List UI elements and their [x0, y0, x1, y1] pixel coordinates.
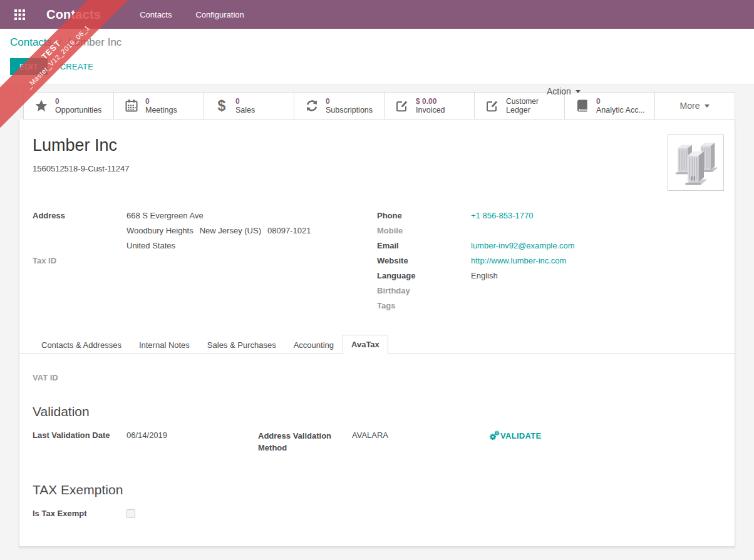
field-is-tax-exempt: Is Tax Exempt: [33, 506, 721, 521]
nav-menu: Contacts Configuration: [137, 6, 247, 23]
field-phone: Phone +1 856-853-1770: [377, 208, 721, 223]
tab-accounting[interactable]: Accounting: [285, 335, 343, 354]
apps-grid-icon[interactable]: [11, 6, 28, 23]
address-country: United States: [127, 238, 311, 253]
field-group-right: Phone +1 856-853-1770 Mobile Email lumbe…: [377, 208, 721, 313]
field-tags: Tags: [377, 298, 721, 313]
stat-button-analytic-accounts[interactable]: 0 Analytic Acc...: [565, 93, 655, 119]
tab-sales-purchases[interactable]: Sales & Purchases: [199, 335, 285, 354]
validate-button-label: VALIDATE: [500, 431, 541, 440]
language-value: English: [471, 268, 498, 283]
stat-button-meetings[interactable]: 0 Meetings: [114, 93, 204, 119]
stat-value: $ 0.00: [416, 97, 445, 106]
breadcrumb-separator: /: [59, 36, 62, 48]
stat-button-customer-ledger[interactable]: Customer Ledger: [475, 93, 565, 119]
stat-label: Ledger: [506, 106, 539, 115]
breadcrumb-current: Lumber Inc: [68, 36, 121, 48]
birthday-label: Birthday: [377, 283, 471, 298]
field-address: Address 668 S Evergreen Ave Woodbury Hei…: [33, 208, 377, 253]
mobile-label: Mobile: [377, 223, 471, 238]
edit-button[interactable]: EDIT: [10, 58, 48, 75]
star-icon: [34, 98, 49, 113]
tab-avatax[interactable]: AvaTax: [343, 335, 388, 354]
language-label: Language: [377, 268, 471, 283]
field-vat-id: VAT ID: [33, 370, 721, 385]
chevron-down-icon: [705, 104, 710, 108]
stat-value: 0: [596, 97, 645, 106]
field-group-left: Address 668 S Evergreen Ave Woodbury Hei…: [33, 208, 377, 313]
field-mobile: Mobile: [377, 223, 721, 238]
stat-label: Analytic Acc...: [596, 106, 645, 115]
stat-label: Meetings: [145, 106, 177, 115]
app-title: Contacts: [46, 8, 101, 22]
notebook-tabs: Contacts & Addresses Internal Notes Sale…: [19, 335, 735, 354]
phone-link[interactable]: +1 856-853-1770: [471, 208, 533, 223]
field-address-validation-method: Address Validation Method AVALARA: [258, 428, 457, 454]
breadcrumb-parent-link[interactable]: Contacts: [10, 36, 52, 48]
company-avatar[interactable]: [668, 135, 724, 191]
validate-button[interactable]: VALIDATE: [489, 428, 541, 443]
is-tax-exempt-label: Is Tax Exempt: [33, 506, 127, 521]
record-name: Lumber Inc: [33, 136, 721, 155]
field-website: Website http://www.lumber-inc.com: [377, 253, 721, 268]
validation-row: Last Validation Date 06/14/2019 Address …: [33, 428, 721, 454]
stat-value: 0: [326, 97, 373, 106]
phone-label: Phone: [377, 208, 471, 223]
stat-button-sales[interactable]: $ 0 Sales: [204, 93, 294, 119]
book-icon: [575, 98, 590, 113]
stat-button-subscriptions[interactable]: 0 Subscriptions: [294, 93, 385, 119]
address-validation-method-value: AVALARA: [352, 428, 388, 454]
address-state: New Jersey (US): [200, 226, 261, 235]
tax-exemption-section-heading: TAX Exemption: [33, 482, 721, 497]
stat-button-opportunities[interactable]: 0 Opportunities: [24, 93, 114, 119]
field-email: Email lumber-inv92@example.com: [377, 238, 721, 253]
action-dropdown-label: Action: [547, 86, 571, 96]
create-button[interactable]: CREATE: [51, 59, 103, 74]
stat-value: 0: [235, 97, 255, 106]
record-reference: 1560512518-9-Cust-11247: [33, 164, 721, 173]
field-language: Language English: [377, 268, 721, 283]
more-dropdown[interactable]: More: [655, 93, 735, 119]
edit-pencil-icon: [485, 98, 500, 113]
email-label: Email: [377, 238, 471, 253]
top-navbar: Contacts Contacts Configuration: [0, 0, 754, 29]
chevron-down-icon: [576, 90, 581, 93]
more-dropdown-label: More: [680, 101, 700, 111]
action-dropdown[interactable]: Action: [547, 86, 581, 96]
form-view: 0 Opportunities 0 Meeting: [0, 85, 754, 547]
website-link[interactable]: http://www.lumber-inc.com: [471, 253, 566, 268]
record-sheet: Lumber Inc 1560512518-9-Cust-11247 Addre…: [19, 120, 735, 547]
last-validation-date-value: 06/14/2019: [127, 428, 167, 454]
field-last-validation-date: Last Validation Date 06/14/2019: [33, 428, 258, 454]
stat-value: 0: [145, 97, 177, 106]
stat-value: 0: [55, 97, 101, 106]
address-zip: 08097-1021: [267, 226, 311, 235]
is-tax-exempt-checkbox[interactable]: [127, 509, 135, 518]
nav-menu-contacts[interactable]: Contacts: [137, 6, 174, 23]
field-tax-id: Tax ID: [33, 253, 377, 268]
breadcrumb: Contacts / Lumber Inc: [10, 36, 744, 49]
email-link[interactable]: lumber-inv92@example.com: [471, 238, 575, 253]
dollar-icon: $: [214, 98, 229, 113]
address-validation-method-label: Address Validation Method: [258, 428, 352, 454]
stat-label: Sales: [235, 106, 255, 115]
tab-contacts-addresses[interactable]: Contacts & Addresses: [33, 335, 130, 354]
address-value: 668 S Evergreen Ave Woodbury HeightsNew …: [127, 208, 311, 253]
stat-label: Subscriptions: [326, 106, 373, 115]
validation-section-heading: Validation: [33, 404, 721, 419]
tags-label: Tags: [377, 298, 471, 313]
stat-label: Opportunities: [55, 106, 101, 115]
nav-menu-configuration[interactable]: Configuration: [193, 6, 246, 23]
field-birthday: Birthday: [377, 283, 721, 298]
stat-button-invoiced[interactable]: $ 0.00 Invoiced: [385, 93, 475, 119]
field-groups: Address 668 S Evergreen Ave Woodbury Hei…: [33, 208, 721, 313]
last-validation-date-label: Last Validation Date: [33, 428, 127, 454]
stat-value: Customer: [506, 97, 539, 106]
website-label: Website: [377, 253, 471, 268]
stat-label: Invoiced: [416, 106, 445, 115]
refresh-icon: [304, 98, 319, 113]
tab-internal-notes[interactable]: Internal Notes: [130, 335, 199, 354]
gears-icon: [489, 430, 500, 441]
control-panel: Contacts / Lumber Inc EDIT CREATE Action: [0, 29, 754, 85]
edit-pencil-icon: [395, 98, 410, 113]
